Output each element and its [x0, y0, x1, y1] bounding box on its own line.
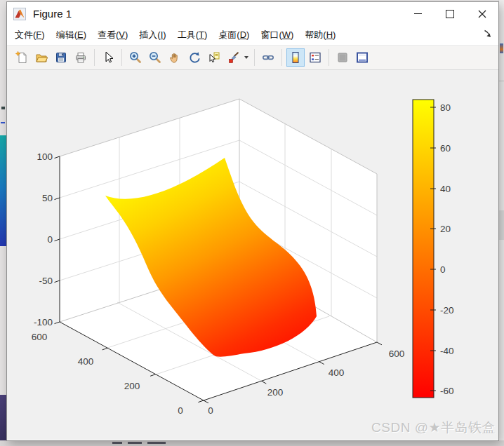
desktop-bottom-strip — [0, 440, 504, 446]
colorbar-gradient — [413, 100, 434, 398]
toolbar-separator — [281, 49, 282, 66]
hide-plot-tools-button[interactable] — [333, 48, 352, 67]
menu-item-desktop[interactable]: 桌面(D) — [213, 29, 255, 41]
insert-colorbar-button[interactable] — [286, 48, 305, 67]
arrow-cursor-icon — [101, 50, 115, 65]
zoom-out-button[interactable] — [146, 48, 164, 67]
data-cursor-button[interactable] — [205, 48, 223, 67]
colorbar-tick: 60 — [440, 143, 451, 154]
dock-window-icon — [355, 50, 369, 65]
colorbar-tick: 0 — [440, 264, 446, 275]
zoom-in-icon — [128, 50, 142, 65]
link-icon — [261, 50, 275, 65]
x-tick: 400 — [329, 367, 345, 378]
print-figure-button[interactable] — [72, 48, 90, 67]
show-plot-tools-button[interactable] — [353, 48, 371, 67]
z-tick: 0 — [47, 234, 53, 245]
colorbar-tick: -40 — [440, 346, 454, 356]
close-icon — [478, 10, 486, 18]
colorbar-tick: 80 — [440, 102, 451, 113]
figure-canvas[interactable]: 100 50 0 -50 -100 600 400 200 0 0 200 40… — [7, 70, 498, 440]
menu-item-edit[interactable]: 编辑(E) — [51, 29, 92, 41]
toolbar-separator — [254, 49, 255, 66]
colorbar: 80 60 40 20 0 -20 -40 -60 — [413, 100, 454, 398]
z-tick: 50 — [42, 193, 53, 203]
colorbar-icon — [289, 50, 303, 65]
surface-plot[interactable]: 100 50 0 -50 -100 600 400 200 0 0 200 40… — [7, 70, 498, 440]
toolbar-separator — [329, 49, 329, 66]
background-link-fragment — [1, 122, 5, 123]
x-tick: 0 — [208, 405, 213, 416]
title-bar[interactable]: Figure 1 — [7, 2, 498, 25]
brush-dropdown-caret[interactable] — [244, 56, 248, 59]
y-tick: 600 — [32, 332, 48, 342]
pan-button[interactable] — [166, 48, 184, 67]
colorbar-tick: 40 — [440, 184, 451, 194]
insert-legend-button[interactable] — [306, 48, 324, 67]
colorbar-tick: -20 — [440, 305, 454, 316]
brush-button[interactable] — [225, 48, 243, 67]
window-controls — [402, 2, 498, 25]
menu-item-file[interactable]: 文件(F) — [9, 29, 51, 41]
watermark: CSDN @★半岛铁盒 — [371, 419, 496, 437]
z-tick: 100 — [37, 151, 53, 162]
minimize-icon — [414, 13, 422, 14]
zoom-in-button[interactable] — [126, 48, 145, 67]
menu-item-tools[interactable]: 工具(T) — [172, 29, 213, 41]
matlab-logo-icon — [13, 8, 26, 20]
background-icon-fragment — [500, 43, 503, 53]
background-plot-fragment — [0, 395, 6, 440]
menu-item-help[interactable]: 帮助(H) — [299, 29, 341, 41]
dock-arrow-icon[interactable] — [483, 29, 493, 39]
background-text-fragment — [112, 442, 122, 444]
data-cursor-icon — [207, 50, 221, 65]
colorbar-tick-labels: 80 60 40 20 0 -20 -40 -60 — [440, 102, 454, 396]
print-icon — [74, 50, 88, 65]
z-axis-tick-labels: 100 50 0 -50 -100 — [34, 151, 53, 327]
figure-window: Figure 1 文件(F)编辑(E)查看(V)插入(I)工具(T)桌面(D)窗… — [6, 1, 499, 441]
background-text-fragment — [128, 442, 142, 444]
edit-plot-button[interactable] — [99, 48, 117, 67]
close-button[interactable] — [466, 2, 498, 25]
menu-item-window[interactable]: 窗口(W) — [255, 29, 299, 41]
background-divider — [499, 81, 504, 81]
zoom-out-icon — [148, 50, 162, 65]
colorbar-tick: -60 — [440, 386, 454, 396]
x-tick: 200 — [267, 387, 284, 398]
minimize-button[interactable] — [402, 2, 434, 25]
y-tick: 200 — [124, 381, 140, 391]
colorbar-tick: 20 — [440, 224, 451, 234]
z-tick: -50 — [39, 276, 53, 286]
background-window-right-sliver — [498, 0, 504, 446]
legend-icon — [308, 50, 322, 65]
background-window-left-sliver — [0, 0, 6, 446]
menu-item-view[interactable]: 查看(V) — [92, 29, 133, 41]
new-document-icon — [15, 50, 29, 65]
y-tick: 0 — [178, 405, 183, 416]
toolbar-separator — [121, 49, 122, 66]
toolbar-separator — [94, 49, 95, 66]
rotate-3d-button[interactable] — [185, 48, 204, 67]
open-folder-icon — [34, 50, 48, 65]
z-tick: -100 — [34, 317, 53, 327]
link-plot-button[interactable] — [259, 48, 277, 67]
brush-icon — [227, 50, 241, 65]
menu-bar: 文件(F)编辑(E)查看(V)插入(I)工具(T)桌面(D)窗口(W)帮助(H) — [7, 25, 498, 46]
background-text-fragment — [147, 442, 166, 444]
new-figure-button[interactable] — [13, 48, 31, 67]
maximize-icon — [446, 10, 454, 18]
save-icon — [54, 50, 68, 65]
open-file-button[interactable] — [32, 48, 51, 67]
menu-item-insert[interactable]: 插入(I) — [133, 29, 171, 41]
window-title: Figure 1 — [33, 8, 72, 20]
hand-icon — [168, 50, 182, 65]
maximize-button[interactable] — [434, 2, 466, 25]
rotate-icon — [187, 50, 201, 65]
background-glyph — [1, 107, 5, 109]
figure-toolbar — [7, 46, 498, 70]
gray-square-icon — [336, 50, 350, 65]
save-figure-button[interactable] — [52, 48, 70, 67]
background-blotch — [499, 210, 504, 240]
x-tick: 600 — [389, 349, 405, 359]
y-tick: 400 — [78, 356, 94, 367]
